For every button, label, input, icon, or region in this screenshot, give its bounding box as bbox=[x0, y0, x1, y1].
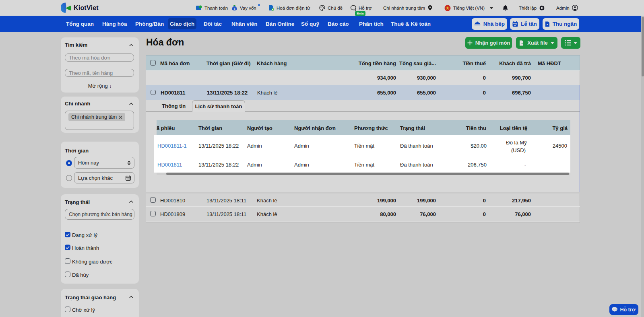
svg-text:+: + bbox=[272, 8, 274, 11]
